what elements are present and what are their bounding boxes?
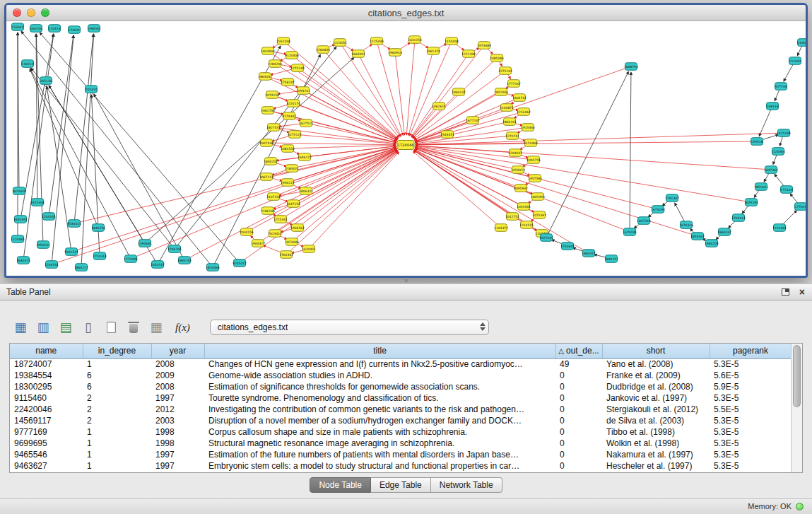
graph-node[interactable]: 1960245 xyxy=(177,257,192,264)
graph-node[interactable]: 130212 xyxy=(22,60,34,68)
graph-node[interactable]: 205314 xyxy=(86,86,98,93)
graph-node[interactable]: 1860217 xyxy=(74,264,88,271)
row-selector-icon[interactable]: ▯ xyxy=(79,318,98,337)
graph-node[interactable]: 172103 xyxy=(781,186,793,194)
graph-node[interactable]: 1847310 xyxy=(637,217,651,225)
graph-node[interactable]: 1840251 xyxy=(604,255,618,263)
graph-node[interactable]: 198540 xyxy=(88,25,100,33)
graph-node[interactable]: 1840256 xyxy=(91,224,105,232)
table-row[interactable]: 2242004622012Investigating the contribut… xyxy=(10,404,792,415)
tab-edge-table[interactable]: Edge Table xyxy=(371,477,431,493)
tab-node-table[interactable]: Node Table xyxy=(310,477,371,493)
graph-node[interactable]: 2284204 xyxy=(268,60,282,68)
graph-node[interactable]: 1270741 xyxy=(505,132,519,140)
graph-node[interactable]: 1960137 xyxy=(452,88,466,96)
graph-node[interactable]: 1777147 xyxy=(507,80,521,88)
graph-node[interactable]: 1852046 xyxy=(494,88,508,96)
table-row[interactable]: 946362711997Embryonic stem cells: a mode… xyxy=(10,460,792,472)
graph-node[interactable]: 120413 xyxy=(49,25,61,33)
table-row[interactable]: 977716911998Corpus callosum shape and si… xyxy=(10,426,792,438)
graph-node[interactable]: 2074156 xyxy=(265,91,279,99)
table-mode-icon[interactable]: ▦ xyxy=(11,318,30,337)
graph-node[interactable]: 2050317 xyxy=(151,261,165,269)
graph-node[interactable]: 1833904 xyxy=(261,47,275,55)
graph-node[interactable]: 5901537 xyxy=(64,248,78,256)
graph-node[interactable]: 1960317 xyxy=(582,250,596,257)
create-column-icon[interactable] xyxy=(102,318,120,337)
column-header-in-degree[interactable]: in_degree xyxy=(83,344,151,358)
graph-node[interactable]: 1673194 xyxy=(651,206,665,214)
graph-node[interactable]: 1679316 xyxy=(679,221,693,229)
graph-node[interactable]: 151043 xyxy=(789,57,801,65)
graph-node[interactable]: 1125430 xyxy=(370,37,384,45)
graph-node[interactable]: 1854042 xyxy=(690,233,705,240)
show-columns-icon[interactable]: ▥ xyxy=(34,318,52,337)
graph-node[interactable]: 1053445 xyxy=(517,203,531,211)
graph-node[interactable]: 1758147 xyxy=(281,78,295,86)
graph-node[interactable]: 1851641 xyxy=(754,183,768,191)
graph-node[interactable]: 2107334 xyxy=(266,193,281,201)
graph-node[interactable]: 1415430 xyxy=(777,129,791,137)
graph-node[interactable]: 1830202 xyxy=(264,158,278,165)
graph-node[interactable]: 1154408 xyxy=(445,37,459,45)
graph-node[interactable]: 159518 xyxy=(751,138,763,146)
graph-node[interactable]: 1120364 xyxy=(771,148,785,156)
graph-node[interactable]: 1750313 xyxy=(93,252,107,260)
graph-node[interactable]: 3220174 xyxy=(286,100,300,107)
graph-node[interactable]: 1590631 xyxy=(138,240,152,247)
graph-node[interactable]: 1961370 xyxy=(426,47,440,55)
graph-node[interactable]: 1210365 xyxy=(772,224,787,232)
graph-node[interactable]: 174031 xyxy=(69,26,81,34)
import-table-icon[interactable]: ▤ xyxy=(57,318,75,337)
graph-node[interactable]: 2183021 xyxy=(285,165,299,173)
graph-node[interactable]: 1794613 xyxy=(731,214,746,222)
graph-node[interactable]: 1627515 xyxy=(299,119,313,127)
graph-node[interactable]: 1273046 xyxy=(124,255,138,263)
table-row[interactable]: 1830029562008Estimation of significance … xyxy=(10,381,792,392)
column-header-name[interactable]: name xyxy=(10,344,83,358)
graph-node[interactable]: 1637250 xyxy=(286,200,300,208)
table-row[interactable]: 946554611997Estimation of the future num… xyxy=(10,449,792,460)
graph-node[interactable]: 2204937 xyxy=(508,149,522,157)
table-scrollbar[interactable] xyxy=(791,344,802,472)
graph-node[interactable]: 1957584 xyxy=(528,175,542,182)
graph-node[interactable]: 2186140 xyxy=(261,207,275,215)
tab-network-table[interactable]: Network Table xyxy=(431,477,502,493)
graph-node[interactable]: 1223051 xyxy=(333,39,347,47)
graph-node[interactable]: 1647364 xyxy=(764,166,778,174)
graph-node[interactable]: 1054923 xyxy=(511,166,525,174)
graph-node[interactable]: 1104372 xyxy=(494,224,508,232)
table-row[interactable]: 1456911722003Disruption of a novel membe… xyxy=(10,415,792,426)
graph-node[interactable]: 1706205 xyxy=(167,245,182,253)
graph-node[interactable]: 1075397 xyxy=(532,211,546,219)
float-panel-icon[interactable] xyxy=(782,288,789,296)
column-header-pagerank[interactable]: pagerank xyxy=(710,344,792,358)
table-row[interactable]: 1938455462009Genome-wide association stu… xyxy=(10,370,792,381)
graph-node[interactable]: 168133 xyxy=(767,103,779,110)
graph-node[interactable]: 1760342 xyxy=(279,251,293,259)
column-header-title[interactable]: title xyxy=(204,344,555,358)
graph-node[interactable]: 1964205 xyxy=(705,240,719,247)
graph-node[interactable]: 1620451 xyxy=(302,245,316,253)
graph-node[interactable]: 1750645 xyxy=(560,243,575,250)
table-row[interactable]: 969969511998Structural magnetic resonanc… xyxy=(10,438,792,449)
graph-node[interactable]: 1650342 xyxy=(13,216,28,223)
graph-node[interactable]: 1806321 xyxy=(299,187,313,195)
table-row[interactable]: 1872400712008Changes of HCN gene express… xyxy=(10,358,792,370)
graph-node[interactable]: 1094201 xyxy=(296,87,310,95)
graph-node[interactable]: 1904562 xyxy=(290,224,305,232)
graph-node[interactable]: 1860432 xyxy=(717,228,731,236)
delete-column-icon[interactable] xyxy=(124,318,143,337)
graph-node[interactable]: 9530415 xyxy=(67,220,81,228)
column-header-short[interactable]: short xyxy=(602,344,710,358)
graph-node[interactable]: 177024 xyxy=(795,203,806,211)
graph-node[interactable]: 1668794 xyxy=(624,63,638,71)
graph-node[interactable]: 2620650 xyxy=(12,187,26,195)
graph-node[interactable]: 265130 xyxy=(40,77,52,85)
graph-node[interactable]: 1820463 xyxy=(206,264,220,271)
graph-node[interactable]: 2034156 xyxy=(240,228,254,236)
graph-node[interactable]: 1575165 xyxy=(498,67,512,75)
graph-node[interactable]: 1120465 xyxy=(11,235,25,243)
graph-node[interactable]: 1960910 xyxy=(388,49,402,57)
graph-node[interactable]: 1543451 xyxy=(440,131,454,139)
